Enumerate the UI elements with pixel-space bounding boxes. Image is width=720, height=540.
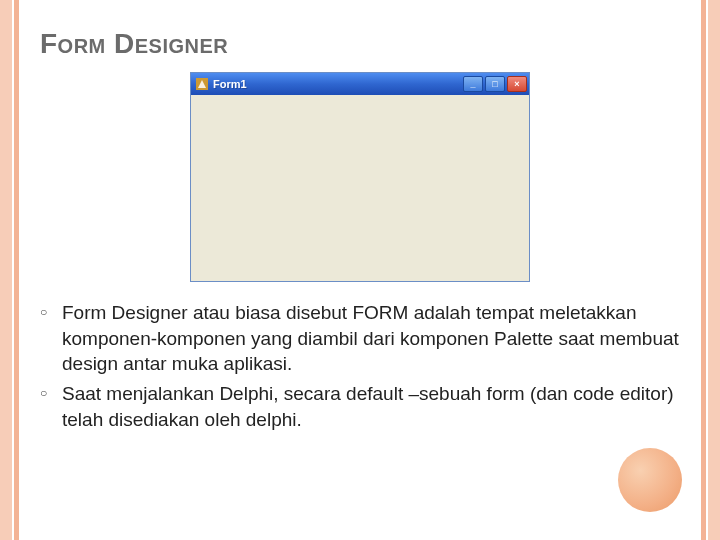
bullet-text: Form Designer atau biasa disebut FORM ad… xyxy=(62,300,680,377)
maximize-button[interactable]: □ xyxy=(485,76,505,92)
list-item: ○ Saat menjalankan Delphi, secara defaul… xyxy=(40,381,680,432)
decorative-stripe-right xyxy=(696,0,720,540)
window-title: Form1 xyxy=(213,78,463,90)
design-grid-dots xyxy=(195,99,525,277)
slide-heading: Form Designer xyxy=(40,28,680,60)
decorative-circle xyxy=(618,448,682,512)
maximize-icon: □ xyxy=(492,80,497,89)
list-item: ○ Form Designer atau biasa disebut FORM … xyxy=(40,300,680,377)
form-design-surface[interactable] xyxy=(191,95,529,281)
bullet-icon: ○ xyxy=(40,381,62,432)
form-designer-figure: Form1 _ □ × xyxy=(40,72,680,282)
window-titlebar[interactable]: Form1 _ □ × xyxy=(191,73,529,95)
close-icon: × xyxy=(514,80,519,89)
minimize-icon: _ xyxy=(470,80,475,89)
delphi-form-window: Form1 _ □ × xyxy=(190,72,530,282)
decorative-stripe-left xyxy=(0,0,24,540)
bullet-icon: ○ xyxy=(40,300,62,377)
bullet-list: ○ Form Designer atau biasa disebut FORM … xyxy=(40,300,680,432)
delphi-app-icon xyxy=(195,77,209,91)
bullet-text: Saat menjalankan Delphi, secara default … xyxy=(62,381,680,432)
minimize-button[interactable]: _ xyxy=(463,76,483,92)
close-button[interactable]: × xyxy=(507,76,527,92)
